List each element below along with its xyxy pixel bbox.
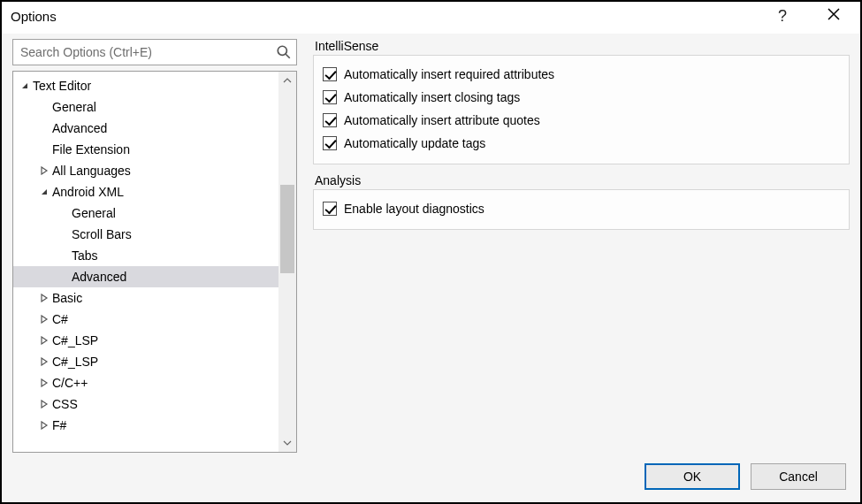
group-box: Enable layout diagnostics xyxy=(313,189,850,230)
checkbox-label: Automatically update tags xyxy=(344,136,485,150)
tree-item[interactable]: File Extension xyxy=(13,139,278,160)
tree-leaf-spacer xyxy=(38,143,50,156)
titlebar: Options ? xyxy=(2,2,860,34)
tree-item[interactable]: Basic xyxy=(13,287,278,309)
tree-item-label: General xyxy=(72,206,116,220)
tree-item-label: C/C++ xyxy=(52,376,88,390)
tree-leaf-spacer xyxy=(57,249,70,262)
group-title: Analysis xyxy=(313,173,850,187)
tree-item-label: Scroll Bars xyxy=(72,227,132,241)
chevron-collapsed-icon[interactable] xyxy=(38,292,50,304)
tree-item-label: Tabs xyxy=(72,248,98,263)
tree-item[interactable]: Tabs xyxy=(13,245,278,266)
search-icon[interactable] xyxy=(276,44,292,60)
tree-item[interactable]: Text Editor xyxy=(13,75,278,96)
tree-item-label: General xyxy=(52,100,96,114)
cancel-button[interactable]: Cancel xyxy=(751,463,846,490)
tree-item-label: All Languages xyxy=(52,164,131,178)
checkbox-label: Enable layout diagnostics xyxy=(344,202,484,216)
tree-item[interactable]: F# xyxy=(13,415,278,436)
settings-group: IntelliSenseAutomatically insert require… xyxy=(313,39,850,164)
dialog-footer: OK Cancel xyxy=(2,453,860,502)
checkbox[interactable] xyxy=(323,67,337,81)
checkbox[interactable] xyxy=(323,202,337,216)
checkbox-label: Automatically insert attribute quotes xyxy=(344,113,540,127)
tree-item-label: File Extension xyxy=(52,142,130,157)
checkbox-row: Automatically insert required attributes xyxy=(323,63,840,86)
checkbox-row: Automatically insert closing tags xyxy=(323,86,840,109)
left-column: Text EditorGeneralAdvancedFile Extension… xyxy=(12,39,297,453)
chevron-collapsed-icon[interactable] xyxy=(38,377,50,389)
chevron-expanded-icon[interactable] xyxy=(38,186,50,198)
checkbox-row: Automatically update tags xyxy=(323,132,840,155)
tree-leaf-spacer xyxy=(57,228,70,241)
chevron-collapsed-icon[interactable] xyxy=(38,164,50,177)
settings-group: AnalysisEnable layout diagnostics xyxy=(313,173,850,230)
chevron-collapsed-icon[interactable] xyxy=(38,398,50,410)
tree-item-label: Basic xyxy=(52,291,82,305)
tree-item-label: Text Editor xyxy=(33,79,91,93)
checkbox-row: Automatically insert attribute quotes xyxy=(323,109,840,132)
tree-item[interactable]: C/C++ xyxy=(13,372,278,393)
scroll-down-icon[interactable] xyxy=(278,434,296,452)
scroll-up-icon[interactable] xyxy=(278,72,296,89)
checkbox-row: Enable layout diagnostics xyxy=(323,197,840,220)
checkbox[interactable] xyxy=(323,136,337,150)
tree-item[interactable]: Scroll Bars xyxy=(13,224,278,245)
tree-item-label: Advanced xyxy=(52,121,107,135)
tree-leaf-spacer xyxy=(38,101,50,113)
svg-point-0 xyxy=(278,46,286,55)
tree-item-label: CSS xyxy=(52,397,78,411)
tree-item[interactable]: Advanced xyxy=(13,266,278,287)
ok-button[interactable]: OK xyxy=(645,463,740,490)
tree-item[interactable]: C#_LSP xyxy=(13,351,278,372)
tree-leaf-spacer xyxy=(38,122,50,134)
settings-pane: IntelliSenseAutomatically insert require… xyxy=(313,39,850,453)
tree-item[interactable]: C# xyxy=(13,309,278,330)
chevron-expanded-icon[interactable] xyxy=(19,80,31,92)
search-input[interactable] xyxy=(12,39,297,65)
tree-item-label: C#_LSP xyxy=(52,355,98,369)
chevron-collapsed-icon[interactable] xyxy=(38,419,50,431)
svg-line-1 xyxy=(286,54,290,58)
tree-item-label: F# xyxy=(52,418,66,432)
tree-item-label: Android XML xyxy=(52,185,124,199)
tree-item[interactable]: General xyxy=(13,96,278,118)
close-icon xyxy=(828,8,840,24)
checkbox-label: Automatically insert closing tags xyxy=(344,90,520,104)
scroll-track[interactable] xyxy=(278,89,296,434)
group-title: IntelliSense xyxy=(313,39,850,53)
search-row xyxy=(12,39,297,65)
category-tree: Text EditorGeneralAdvancedFile Extension… xyxy=(12,71,297,453)
tree-item[interactable]: C#_LSP xyxy=(13,330,278,351)
chevron-collapsed-icon[interactable] xyxy=(38,355,50,368)
scroll-thumb[interactable] xyxy=(280,185,294,273)
tree-item-label: Advanced xyxy=(72,270,126,284)
tree-scrollbar[interactable] xyxy=(278,72,296,452)
window-title: Options xyxy=(11,9,57,24)
tree-leaf-spacer xyxy=(57,271,70,283)
tree-item[interactable]: All Languages xyxy=(13,160,278,181)
help-button[interactable]: ? xyxy=(767,4,798,28)
tree-item-label: C# xyxy=(52,312,68,326)
tree-leaf-spacer xyxy=(57,207,70,219)
chevron-collapsed-icon[interactable] xyxy=(38,313,50,325)
group-box: Automatically insert required attributes… xyxy=(313,55,850,164)
checkbox-label: Automatically insert required attributes xyxy=(344,67,554,81)
chevron-collapsed-icon[interactable] xyxy=(38,334,50,347)
tree-scroll-area: Text EditorGeneralAdvancedFile Extension… xyxy=(13,72,278,452)
dialog-body: Text EditorGeneralAdvancedFile Extension… xyxy=(2,34,860,453)
tree-item[interactable]: Advanced xyxy=(13,118,278,139)
tree-item[interactable]: CSS xyxy=(13,393,278,415)
checkbox[interactable] xyxy=(323,113,337,127)
tree-item-label: C#_LSP xyxy=(52,333,98,347)
tree-item[interactable]: Android XML xyxy=(13,181,278,202)
tree-item[interactable]: General xyxy=(13,202,278,224)
close-button[interactable] xyxy=(818,4,850,28)
titlebar-right: ? xyxy=(767,4,853,28)
checkbox[interactable] xyxy=(323,90,337,104)
